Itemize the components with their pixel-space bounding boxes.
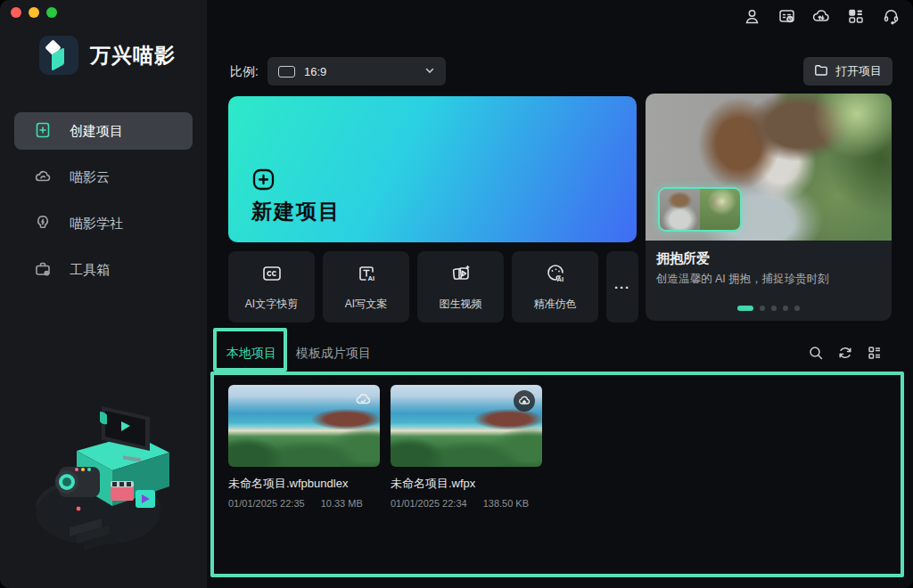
- new-project-card[interactable]: 新建项目: [228, 96, 637, 242]
- refresh-icon[interactable]: [837, 345, 853, 364]
- app-logo: 万兴喵影: [39, 36, 176, 75]
- folder-icon: [814, 63, 828, 80]
- carousel-dot-active[interactable]: [737, 306, 753, 311]
- project-date: 01/01/2025 22:34: [391, 498, 467, 509]
- new-project-label: 新建项目: [251, 198, 341, 225]
- featured-preview-image: [646, 94, 892, 241]
- featured-subtitle: 创造温馨的 AI 拥抱，捕捉珍贵时刻: [656, 272, 829, 287]
- quick-actions-more-button[interactable]: ···: [606, 251, 638, 323]
- project-tools: [808, 345, 883, 364]
- filmora-window: 万兴喵影 创建项目 喵影云 喵影学社: [0, 0, 913, 588]
- quick-action-label: AI写文案: [345, 297, 387, 312]
- ai-copywriting-icon: AI: [355, 262, 378, 289]
- academy-icon: [34, 214, 52, 234]
- sidebar: 万兴喵影 创建项目 喵影云 喵影学社: [0, 0, 207, 588]
- list-view-icon[interactable]: [867, 345, 883, 364]
- svg-text:AI: AI: [367, 274, 374, 282]
- quick-action-ai-copywriting[interactable]: AI AI写文案: [323, 251, 409, 323]
- create-project-icon: [34, 121, 52, 142]
- cloud-sync-icon[interactable]: [811, 6, 831, 26]
- sidebar-item-label: 创建项目: [70, 123, 123, 140]
- open-project-label: 打开项目: [835, 63, 882, 79]
- zoom-button[interactable]: [46, 7, 57, 18]
- ratio-label: 比例:: [230, 57, 259, 86]
- project-meta: 01/01/2025 22:34 138.50 KB: [391, 498, 542, 509]
- project-meta: 01/01/2025 22:35 10.33 MB: [228, 498, 380, 509]
- minimize-button[interactable]: [29, 7, 39, 18]
- open-project-button[interactable]: 打开项目: [803, 57, 892, 86]
- quick-action-color-match[interactable]: AI 精准仿色: [512, 251, 598, 323]
- project-size: 138.50 KB: [483, 498, 529, 509]
- carousel-dots[interactable]: [646, 306, 892, 311]
- quick-action-label: AI文字快剪: [245, 297, 298, 312]
- ratio-value: 16:9: [304, 65, 326, 78]
- carousel-dot[interactable]: [760, 306, 765, 311]
- featured-title: 拥抱所爱: [656, 250, 710, 267]
- sidebar-menu: 创建项目 喵影云 喵影学社 工具箱: [14, 112, 193, 298]
- tasks-icon[interactable]: [777, 6, 796, 26]
- quick-action-image-to-video[interactable]: 图生视频: [417, 251, 504, 323]
- quick-action-ai-subtitle[interactable]: AI文字快剪: [228, 251, 315, 323]
- plus-icon: [251, 167, 276, 195]
- project-size: 10.33 MB: [321, 498, 363, 509]
- aspect-ratio-icon: [278, 66, 295, 78]
- chevron-down-icon: [424, 63, 435, 79]
- tab-local-projects[interactable]: 本地项目: [226, 346, 276, 362]
- support-headset-icon[interactable]: [881, 6, 901, 26]
- traffic-lights: [11, 7, 57, 18]
- project-name: 未命名项目.wfpbundlex: [228, 476, 380, 492]
- ratio-dropdown[interactable]: 16:9: [267, 57, 446, 86]
- cloud-upload-icon[interactable]: [514, 390, 535, 412]
- sidebar-item-label: 喵影云: [70, 169, 110, 186]
- project-thumbnail[interactable]: [391, 385, 542, 467]
- color-match-icon: AI: [544, 262, 567, 289]
- quick-action-label: 图生视频: [440, 297, 482, 312]
- filmora-logo-icon: [39, 36, 78, 75]
- project-item[interactable]: 未命名项目.wfpx 01/01/2025 22:34 138.50 KB: [391, 385, 542, 509]
- cc-subtitle-icon: [260, 262, 284, 289]
- project-date: 01/01/2025 22:35: [228, 498, 305, 509]
- carousel-dot[interactable]: [771, 306, 777, 311]
- account-icon[interactable]: [742, 6, 761, 26]
- close-button[interactable]: [11, 7, 21, 18]
- project-name: 未命名项目.wfpx: [391, 476, 542, 492]
- sidebar-item-label: 工具箱: [70, 262, 110, 279]
- image-to-video-icon: [449, 262, 473, 289]
- topbar: [742, 6, 901, 26]
- sidebar-item-toolbox[interactable]: 工具箱: [14, 251, 193, 289]
- sidebar-item-academy[interactable]: 喵影学社: [14, 205, 193, 242]
- workspace-grid-icon[interactable]: [846, 6, 866, 26]
- search-icon[interactable]: [808, 345, 824, 364]
- tab-template-projects[interactable]: 模板成片项目: [296, 346, 371, 362]
- sidebar-item-label: 喵影学社: [70, 216, 123, 233]
- carousel-dot[interactable]: [794, 306, 800, 311]
- toolbox-icon: [34, 260, 52, 281]
- studio-illustration: [25, 381, 185, 563]
- cloud-icon: [34, 167, 52, 188]
- sidebar-item-create-project[interactable]: 创建项目: [14, 112, 193, 150]
- carousel-dot[interactable]: [783, 306, 788, 311]
- app-title: 万兴喵影: [90, 42, 176, 69]
- svg-text:AI: AI: [556, 275, 563, 283]
- project-item[interactable]: 未命名项目.wfpbundlex 01/01/2025 22:35 10.33 …: [228, 385, 380, 509]
- sidebar-item-cloud[interactable]: 喵影云: [14, 159, 193, 196]
- quick-action-label: 精准仿色: [534, 297, 577, 312]
- project-thumbnail[interactable]: [228, 385, 380, 467]
- featured-template-card[interactable]: 拥抱所爱 创造温馨的 AI 拥抱，捕捉珍贵时刻: [646, 94, 892, 321]
- cloud-synced-icon: [354, 390, 373, 412]
- featured-source-photos: [658, 187, 742, 232]
